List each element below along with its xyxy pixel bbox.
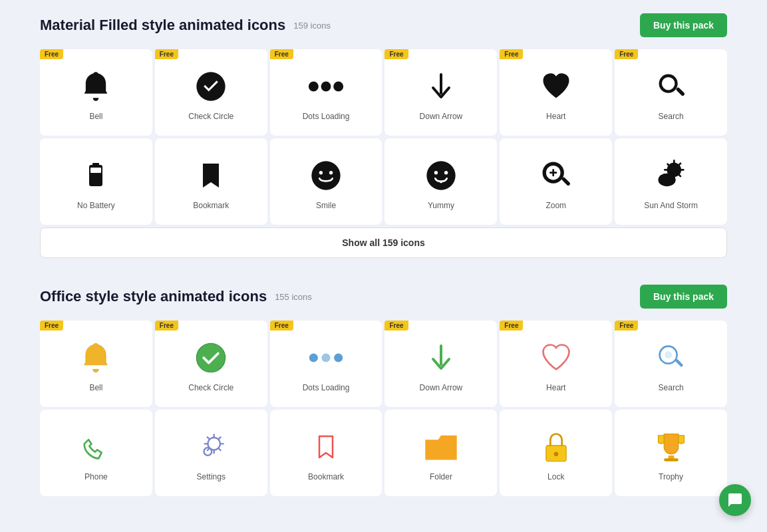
- icon-label: Smile: [316, 201, 336, 210]
- svg-point-21: [658, 173, 675, 186]
- dots-loading-icon: [307, 68, 345, 105]
- office-icon-card-down-arrow[interactable]: Free Down Arrow: [384, 321, 497, 407]
- svg-point-28: [665, 351, 672, 358]
- free-badge: Free: [270, 49, 293, 59]
- icon-label: Bell: [89, 383, 102, 392]
- icon-label: Trophy: [659, 472, 683, 481]
- icon-card-down-arrow[interactable]: Free Down Arrow: [384, 49, 497, 136]
- icon-label: Search: [659, 383, 684, 392]
- icon-label: Folder: [430, 472, 452, 481]
- icon-label: Down Arrow: [420, 383, 463, 392]
- free-badge: Free: [155, 321, 178, 331]
- office-icon-card-trophy[interactable]: Trophy: [615, 410, 727, 496]
- buy-pack-button-2[interactable]: Buy this pack: [640, 285, 727, 309]
- icon-label: Dots Loading: [303, 112, 350, 121]
- svg-point-2: [321, 81, 331, 91]
- office-icon-card-heart[interactable]: Free Heart: [500, 321, 612, 407]
- down-arrow-icon: [422, 68, 460, 105]
- icon-label: Bookmark: [308, 472, 344, 481]
- free-badge: Free: [500, 49, 523, 59]
- icon-label: Check Circle: [188, 383, 233, 392]
- sun-and-storm-icon: [653, 157, 690, 194]
- section-header: Material Filled style animated icons 159…: [40, 13, 727, 37]
- svg-point-15: [444, 170, 448, 174]
- free-badge: Free: [500, 321, 523, 331]
- smile-icon: [307, 157, 345, 194]
- svg-point-10: [311, 161, 340, 190]
- svg-point-3: [333, 81, 343, 91]
- office-down-arrow-icon: [422, 339, 460, 376]
- chat-button[interactable]: [719, 484, 751, 516]
- bell-icon: [77, 68, 114, 105]
- office-lock-icon: [537, 428, 575, 466]
- office-icon-card-bell[interactable]: Free Bell: [40, 321, 152, 407]
- icon-label: Sun And Storm: [644, 201, 698, 210]
- bookmark-icon: [192, 157, 230, 194]
- office-bell-icon: [77, 339, 114, 376]
- svg-rect-18: [561, 176, 570, 186]
- icon-card-yummy[interactable]: Yummy: [384, 138, 497, 225]
- office-icon-card-phone[interactable]: Phone: [40, 410, 152, 496]
- icon-label: Down Arrow: [420, 112, 463, 121]
- office-icon-card-settings[interactable]: Settings: [155, 410, 267, 496]
- icon-label: Zoom: [545, 201, 566, 210]
- yummy-icon: [422, 157, 460, 194]
- icons-grid-row1: Free Bell Free Check Circle Free: [40, 49, 727, 136]
- office-settings-icon: [192, 428, 230, 466]
- icon-label: Dots Loading: [303, 383, 350, 392]
- svg-rect-8: [92, 163, 99, 166]
- svg-point-14: [434, 170, 438, 174]
- free-badge: Free: [615, 49, 638, 59]
- check-circle-icon: [192, 68, 230, 105]
- svg-rect-6: [675, 86, 685, 96]
- svg-point-22: [197, 343, 226, 372]
- icon-label: Yummy: [428, 201, 454, 210]
- icon-card-search[interactable]: Free Search: [615, 49, 727, 136]
- icon-card-check-circle[interactable]: Free Check Circle: [155, 49, 267, 136]
- icon-label: Heart: [546, 112, 565, 121]
- svg-point-25: [334, 353, 343, 362]
- icon-card-heart[interactable]: Free Heart: [500, 49, 612, 136]
- svg-point-13: [426, 161, 455, 190]
- svg-point-5: [661, 76, 675, 90]
- icon-card-bookmark[interactable]: Bookmark: [155, 138, 267, 225]
- svg-point-1: [309, 81, 319, 91]
- icon-card-bell[interactable]: Free Bell: [40, 49, 152, 136]
- office-search-icon: [653, 339, 690, 376]
- office-icon-card-bookmark[interactable]: Bookmark: [270, 410, 383, 496]
- office-dots-icon: [307, 339, 345, 376]
- icon-card-smile[interactable]: Smile: [270, 138, 383, 225]
- icon-card-sun-and-storm[interactable]: Sun And Storm: [615, 138, 727, 225]
- svg-point-12: [329, 170, 333, 174]
- section-title: Material Filled style animated icons: [40, 17, 285, 34]
- svg-point-11: [319, 170, 323, 174]
- zoom-icon: [537, 157, 575, 194]
- icon-label: Check Circle: [188, 112, 233, 121]
- office-icon-card-folder[interactable]: Folder: [384, 410, 497, 496]
- buy-pack-button-1[interactable]: Buy this pack: [640, 13, 727, 37]
- icon-card-no-battery[interactable]: No Battery: [40, 138, 152, 225]
- icon-label: No Battery: [77, 201, 115, 210]
- no-battery-icon: [77, 157, 114, 194]
- icon-label: Settings: [197, 472, 226, 481]
- office-trophy-icon: [653, 428, 690, 466]
- icon-card-dots-loading[interactable]: Free Dots Loading: [270, 49, 383, 136]
- svg-rect-9: [90, 168, 101, 173]
- icon-card-zoom[interactable]: Zoom: [500, 138, 612, 225]
- svg-rect-27: [675, 358, 683, 367]
- office-icons-grid-row1: Free Bell Free Check Circle Free: [40, 321, 727, 407]
- office-bookmark-icon: [307, 428, 345, 466]
- icon-label: Lock: [547, 472, 564, 481]
- office-icon-card-dots-loading[interactable]: Free Dots Loading: [270, 321, 383, 407]
- office-icon-card-check-circle[interactable]: Free Check Circle: [155, 321, 267, 407]
- office-heart-icon: [537, 339, 575, 376]
- icon-label: Bell: [89, 112, 102, 121]
- free-badge: Free: [615, 321, 638, 331]
- office-icon-card-lock[interactable]: Lock: [500, 410, 612, 496]
- office-icon-card-search[interactable]: Free Search: [615, 321, 727, 407]
- show-all-button-1[interactable]: Show all 159 icons: [40, 227, 727, 258]
- svg-point-32: [553, 452, 558, 456]
- section-count: 159 icons: [293, 21, 331, 31]
- svg-point-23: [309, 353, 318, 362]
- material-filled-section: Material Filled style animated icons 159…: [40, 13, 727, 258]
